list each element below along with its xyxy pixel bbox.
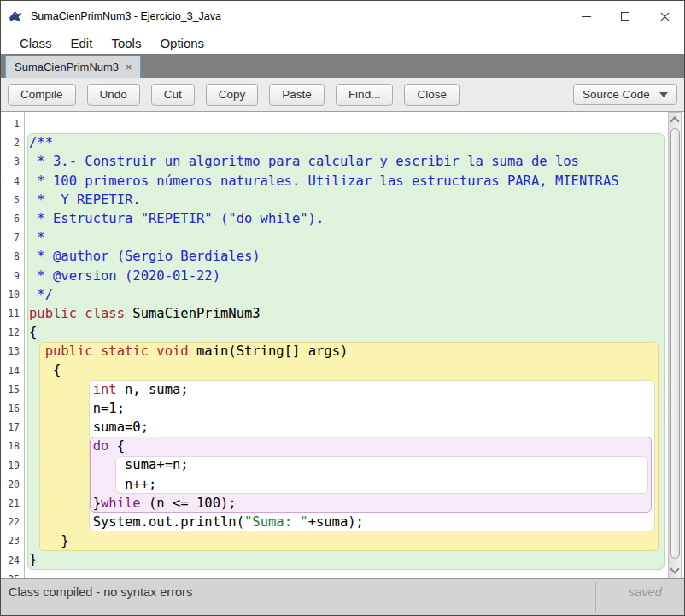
- code-line-6[interactable]: * Estructura "REPETIR" ("do while").: [29, 209, 619, 228]
- code-line-3[interactable]: * 3.- Construir un algoritmo para calcul…: [29, 152, 619, 171]
- scroll-up-icon[interactable]: [670, 116, 679, 126]
- save-state-label: saved: [629, 585, 662, 599]
- status-bar: Class compiled - no syntax errors saved: [1, 578, 684, 616]
- tab-close-icon[interactable]: ×: [126, 62, 132, 73]
- code-line-21[interactable]: }while (n <= 100);: [29, 494, 619, 513]
- menu-item-class[interactable]: Class: [20, 36, 52, 50]
- line-number[interactable]: 13: [1, 345, 20, 357]
- line-number[interactable]: 2: [1, 137, 20, 149]
- view-selector-dropdown[interactable]: Source Code: [573, 84, 677, 105]
- code-line-18[interactable]: do {: [29, 437, 619, 455]
- tab-label: SumaCienPrimNum3: [15, 61, 119, 73]
- scrollbar-thumb[interactable]: [670, 128, 680, 559]
- code-line-11[interactable]: public class SumaCienPrimNum3: [29, 304, 619, 323]
- bluej-bird-icon: [9, 9, 23, 24]
- line-number[interactable]: 9: [1, 270, 20, 282]
- cut-button[interactable]: Cut: [151, 84, 195, 106]
- menu-item-edit[interactable]: Edit: [71, 36, 93, 50]
- copy-button[interactable]: Copy: [206, 84, 259, 106]
- find-button[interactable]: Find...: [336, 84, 394, 106]
- code-line-8[interactable]: * @author (Sergio Berdiales): [29, 247, 619, 266]
- code-line-7[interactable]: *: [29, 228, 619, 247]
- code-line-9[interactable]: * @version (2020-01-22): [29, 267, 619, 285]
- tab-strip: SumaCienPrimNum3 ×: [1, 54, 684, 78]
- line-number[interactable]: 25: [1, 573, 20, 578]
- menu-item-tools[interactable]: Tools: [111, 36, 141, 50]
- line-number[interactable]: 12: [1, 326, 20, 338]
- line-number[interactable]: 14: [1, 365, 20, 377]
- menu-item-options[interactable]: Options: [160, 36, 204, 50]
- line-number[interactable]: 23: [1, 535, 20, 547]
- code-line-5[interactable]: * Y REPETIR.: [29, 191, 619, 209]
- compile-button[interactable]: Compile: [8, 84, 76, 106]
- line-number[interactable]: 3: [1, 155, 20, 167]
- code-line-15[interactable]: int n, suma;: [29, 380, 619, 399]
- view-selector-label: Source Code: [583, 88, 650, 101]
- code-line-13[interactable]: public static void main(String[] args): [29, 342, 619, 361]
- line-number[interactable]: 10: [1, 289, 20, 301]
- minimize-button[interactable]: [566, 1, 606, 32]
- chevron-down-icon: [659, 92, 668, 97]
- vertical-scrollbar[interactable]: [668, 112, 682, 578]
- status-divider: [595, 582, 596, 613]
- line-number[interactable]: 17: [1, 421, 20, 433]
- editor-toolbar: CompileUndoCutCopyPasteFind...Close Sour…: [1, 78, 684, 112]
- line-number[interactable]: 8: [1, 250, 20, 262]
- line-number[interactable]: 6: [1, 213, 20, 225]
- line-number[interactable]: 19: [1, 460, 20, 472]
- code-line-23[interactable]: }: [29, 531, 619, 550]
- line-number[interactable]: 20: [1, 478, 20, 490]
- line-number[interactable]: 5: [1, 194, 20, 206]
- line-number[interactable]: 24: [1, 554, 20, 566]
- line-number[interactable]: 7: [1, 232, 20, 243]
- line-number[interactable]: 16: [1, 402, 20, 414]
- code-line-20[interactable]: n++;: [29, 475, 619, 494]
- code-text-layer[interactable]: /** * 3.- Construir un algoritmo para ca…: [29, 114, 619, 578]
- paste-button[interactable]: Paste: [269, 84, 325, 106]
- line-number[interactable]: 18: [1, 440, 20, 452]
- maximize-icon: [621, 12, 629, 21]
- code-line-25[interactable]: [29, 570, 619, 579]
- code-line-10[interactable]: */: [29, 285, 619, 304]
- minimize-icon: [582, 16, 591, 17]
- window-title: SumaCienPrimNum3 - Ejercicio_3_Java: [31, 10, 221, 22]
- line-number[interactable]: 1: [1, 118, 20, 130]
- code-line-12[interactable]: {: [29, 323, 619, 342]
- line-number-gutter[interactable]: 1234567891011121314151617181920212223242…: [1, 112, 25, 578]
- line-number[interactable]: 4: [1, 175, 20, 187]
- menu-bar: ClassEditToolsOptions: [1, 32, 684, 54]
- title-bar[interactable]: SumaCienPrimNum3 - Ejercicio_3_Java: [1, 1, 684, 32]
- code-line-16[interactable]: n=1;: [29, 399, 619, 418]
- bluej-editor-window: SumaCienPrimNum3 - Ejercicio_3_Java Clas…: [0, 0, 685, 616]
- code-line-24[interactable]: }: [29, 550, 619, 569]
- line-number[interactable]: 15: [1, 384, 20, 396]
- code-line-19[interactable]: suma+=n;: [29, 455, 619, 474]
- close-button[interactable]: Close: [404, 84, 460, 106]
- tab-sumacienprimnum3[interactable]: SumaCienPrimNum3 ×: [5, 56, 141, 78]
- status-message: Class compiled - no syntax errors: [9, 585, 192, 599]
- maximize-button[interactable]: [606, 1, 645, 32]
- undo-button[interactable]: Undo: [87, 84, 140, 106]
- scroll-down-icon[interactable]: [670, 564, 679, 573]
- close-window-button[interactable]: [645, 1, 684, 32]
- code-line-14[interactable]: {: [29, 361, 619, 379]
- code-editor-area[interactable]: 1234567891011121314151617181920212223242…: [1, 112, 684, 578]
- line-number[interactable]: 11: [1, 308, 20, 320]
- code-line-2[interactable]: /**: [29, 133, 619, 152]
- code-line-22[interactable]: System.out.println("Suma: "+suma);: [29, 513, 619, 531]
- close-icon: [660, 12, 670, 21]
- code-line-1[interactable]: [29, 114, 619, 133]
- line-number[interactable]: 21: [1, 497, 20, 509]
- code-line-4[interactable]: * 100 primeros números naturales. Utiliz…: [29, 172, 619, 191]
- code-line-17[interactable]: suma=0;: [29, 418, 619, 437]
- line-number[interactable]: 22: [1, 516, 20, 528]
